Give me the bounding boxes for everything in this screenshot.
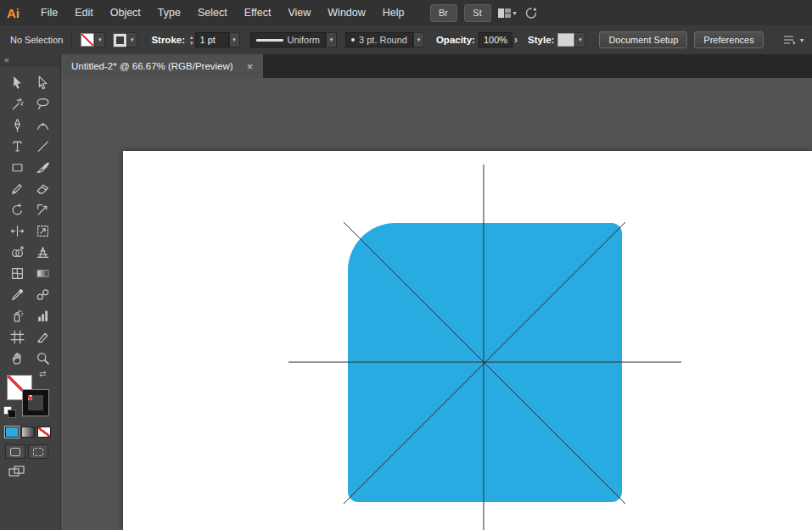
lasso-tool[interactable]: [31, 93, 57, 114]
direct-selection-tool[interactable]: [31, 72, 57, 93]
color-mode-button[interactable]: [5, 427, 19, 438]
gradient-tool[interactable]: [31, 263, 57, 284]
chevron-down-icon: ▾: [229, 32, 240, 47]
eyedropper-tool[interactable]: [4, 284, 31, 305]
menu-edit[interactable]: Edit: [66, 0, 102, 25]
stroke-color-dropdown[interactable]: ▾: [114, 32, 137, 47]
menu-help[interactable]: Help: [374, 0, 413, 25]
rectangle-tool[interactable]: [4, 157, 31, 178]
width-profile-dropdown[interactable]: Uniform ▾: [250, 32, 338, 47]
gradient-icon: [36, 266, 50, 281]
draw-behind-mode-button[interactable]: [28, 444, 48, 459]
close-icon[interactable]: ×: [247, 60, 254, 73]
type-tool[interactable]: [4, 136, 31, 157]
magic-wand-tool[interactable]: [4, 93, 31, 114]
fill-none-swatch-icon: [81, 33, 94, 47]
artboard-tool[interactable]: [4, 326, 31, 348]
perspective-grid-tool[interactable]: [31, 242, 57, 263]
eraser-tool[interactable]: [31, 178, 57, 199]
width-icon: [10, 224, 25, 238]
stroke-weight-value[interactable]: 1 pt: [195, 32, 229, 47]
selection-tool[interactable]: [4, 72, 31, 93]
default-fill-stroke-icon[interactable]: [3, 406, 17, 418]
swap-fill-stroke-icon[interactable]: ⇄: [39, 369, 46, 378]
chevron-down-icon: ▾: [94, 32, 105, 47]
paintbrush-icon: [36, 160, 50, 175]
menu-bar: Ai FileEditObjectTypeSelectEffectViewWin…: [0, 0, 812, 26]
menu-file[interactable]: File: [32, 0, 66, 25]
style-swatch-icon: [557, 33, 574, 47]
uniform-profile-icon: [256, 39, 283, 42]
line-segment-tool[interactable]: [31, 136, 57, 157]
menu-effect[interactable]: Effect: [236, 0, 280, 25]
stock-button[interactable]: St: [464, 4, 491, 22]
bridge-button[interactable]: Br: [430, 4, 457, 22]
scale-icon: [36, 203, 50, 217]
zoom-tool[interactable]: [31, 348, 57, 369]
arrange-documents-icon: [782, 34, 798, 46]
screen-mode-row: [0, 459, 60, 480]
menu-select[interactable]: Select: [189, 0, 236, 25]
control-bar: No Selection ▾ ▾ Stroke: ▴▾ 1 pt ▾ Unifo…: [0, 25, 812, 55]
document-tab[interactable]: Untitled-2* @ 66.67% (RGB/Preview) ×: [61, 54, 263, 78]
canvas-area[interactable]: [61, 78, 812, 530]
workspace-switcher[interactable]: ▾: [498, 8, 517, 18]
scale-tool[interactable]: [31, 199, 57, 220]
width-profile-value: Uniform: [288, 35, 321, 45]
opacity-dropdown[interactable]: 100% ›: [479, 32, 518, 47]
slice-icon: [36, 330, 50, 344]
document-setup-button[interactable]: Document Setup: [599, 31, 687, 48]
sync-icon[interactable]: [524, 5, 539, 20]
opacity-value[interactable]: 100%: [479, 32, 512, 47]
stroke-weight-dropdown[interactable]: 1 pt ▾: [195, 32, 240, 47]
rounded-square-shape[interactable]: [348, 223, 622, 502]
menu-window[interactable]: Window: [319, 0, 373, 25]
free-transform-icon: [36, 224, 50, 238]
column-graph-tool[interactable]: [31, 305, 57, 326]
pen-icon: [10, 118, 25, 132]
free-transform-tool[interactable]: [31, 220, 57, 242]
change-screen-mode-button[interactable]: [8, 466, 25, 477]
paint-mode-row: [0, 423, 60, 438]
mesh-tool[interactable]: [4, 263, 31, 284]
graphic-style-dropdown[interactable]: ▾: [557, 32, 585, 47]
menu-object[interactable]: Object: [102, 0, 149, 25]
shape-builder-tool[interactable]: [4, 242, 31, 263]
draw-normal-mode-button[interactable]: [5, 444, 25, 459]
menu-type[interactable]: Type: [149, 0, 189, 25]
chevron-down-icon: ▾: [413, 32, 424, 47]
stroke-swatch-indicator[interactable]: [23, 390, 48, 416]
perspective-grid-icon: [36, 245, 50, 259]
pencil-tool[interactable]: [4, 178, 31, 199]
brush-dot-icon: [351, 38, 355, 42]
rotate-tool[interactable]: [4, 199, 31, 220]
gradient-mode-button[interactable]: [21, 427, 35, 438]
curvature-icon: [36, 118, 50, 132]
preferences-button[interactable]: Preferences: [694, 31, 763, 48]
slice-tool[interactable]: [31, 326, 57, 348]
stroke-weight-stepper[interactable]: ▴▾: [190, 34, 193, 46]
none-mode-button[interactable]: [37, 427, 51, 438]
document-tab-title: Untitled-2* @ 66.67% (RGB/Preview): [71, 61, 233, 71]
opacity-label: Opacity:: [436, 35, 475, 45]
chevron-down-icon: ▾: [574, 32, 585, 47]
symbol-sprayer-tool[interactable]: [4, 305, 31, 326]
magic-wand-icon: [10, 97, 25, 111]
blend-tool[interactable]: [31, 284, 57, 305]
curvature-tool[interactable]: [31, 114, 57, 136]
tools-grid: [0, 67, 60, 369]
pen-tool[interactable]: [4, 114, 31, 136]
line-segment-icon: [36, 139, 50, 153]
width-tool[interactable]: [4, 220, 31, 242]
brush-definition-dropdown[interactable]: 3 pt. Round ▾: [345, 32, 424, 47]
fill-color-dropdown[interactable]: ▾: [81, 32, 105, 47]
symbol-sprayer-icon: [10, 309, 25, 323]
hand-tool[interactable]: [4, 348, 31, 369]
collapse-panel-icon[interactable]: «: [0, 54, 60, 67]
menu-view[interactable]: View: [279, 0, 319, 25]
menu-items: FileEditObjectTypeSelectEffectViewWindow…: [32, 0, 413, 25]
brush-definition-value: 3 pt. Round: [359, 35, 407, 45]
style-label: Style:: [528, 35, 554, 45]
arrange-documents-dropdown[interactable]: ▾: [782, 34, 804, 46]
paintbrush-tool[interactable]: [31, 157, 57, 178]
